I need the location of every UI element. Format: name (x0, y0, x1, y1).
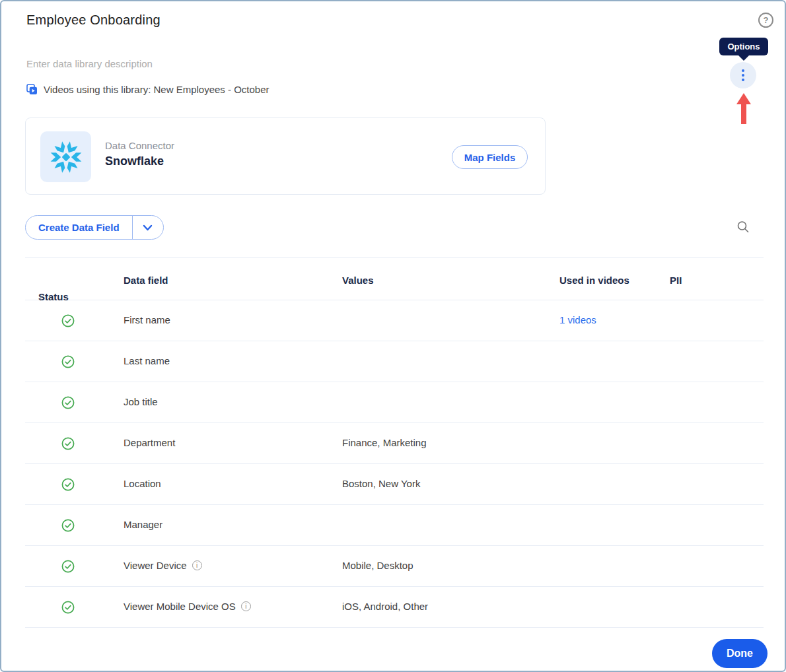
vertical-dots-icon (742, 69, 744, 72)
data-field-cell: Department (124, 437, 175, 448)
create-data-field-label[interactable]: Create Data Field (26, 216, 133, 239)
search-icon (736, 220, 750, 234)
table-row[interactable]: Viewer Device i Mobile, Desktop (25, 546, 764, 587)
employee-onboarding-page: Employee Onboarding ? Enter data library… (0, 0, 786, 672)
column-header-data-field: Data field (124, 275, 168, 286)
data-field-label: Last name (124, 355, 170, 366)
data-connector-card: Data Connector Snowflake Map Fields (25, 118, 546, 195)
table-row[interactable]: Last name (25, 341, 764, 382)
table-row[interactable]: Department Finance, Marketing (25, 423, 764, 464)
video-library-icon (26, 84, 38, 95)
status-cell (61, 478, 75, 491)
connector-logo-tile (40, 131, 91, 182)
description-input[interactable]: Enter data library description (26, 58, 153, 69)
table-row[interactable]: First name 1 videos (25, 300, 764, 341)
data-field-label: Manager (124, 519, 162, 530)
column-header-values: Values (342, 275, 374, 286)
search-button[interactable] (736, 220, 750, 234)
status-check-icon (61, 560, 75, 573)
data-field-label: Viewer Mobile Device OS (124, 601, 236, 612)
table-row[interactable]: Job title (25, 382, 764, 423)
values-cell: Finance, Marketing (342, 437, 427, 448)
status-cell (61, 519, 75, 532)
create-data-field-button[interactable]: Create Data Field (25, 215, 164, 240)
column-header-pii: PII (670, 275, 682, 286)
done-button[interactable]: Done (712, 639, 768, 668)
data-field-cell: Viewer Mobile Device OS i (124, 601, 251, 612)
data-field-label: Department (124, 437, 175, 448)
connector-type-label: Data Connector (105, 140, 174, 151)
snowflake-logo-icon (49, 140, 83, 174)
used-in-videos-cell: 1 videos (559, 314, 596, 325)
page-title: Employee Onboarding (26, 13, 161, 28)
videos-using-library: Videos using this library: New Employees… (26, 84, 269, 95)
data-field-cell: Last name (124, 355, 170, 366)
status-check-icon (61, 478, 75, 491)
data-field-label: Viewer Device (124, 560, 187, 571)
data-field-label: Job title (124, 396, 158, 407)
data-field-cell: Viewer Device i (124, 560, 202, 571)
data-field-label: First name (124, 314, 170, 325)
info-icon[interactable]: i (241, 601, 251, 611)
status-cell (61, 396, 75, 409)
status-check-icon (61, 355, 75, 368)
values-cell: Boston, New York (342, 478, 420, 489)
column-header-used-in-videos: Used in videos (559, 275, 629, 286)
map-fields-button[interactable]: Map Fields (452, 145, 528, 169)
data-field-cell: Job title (124, 396, 158, 407)
status-cell (61, 601, 75, 614)
data-field-label: Location (124, 478, 161, 489)
status-cell (61, 560, 75, 573)
info-icon[interactable]: i (192, 560, 202, 570)
values-cell: Mobile, Desktop (342, 560, 413, 571)
videos-line-label: Videos using this library: New Employees… (44, 84, 269, 95)
data-fields-table: Status ↓ Data field Values Used in video… (25, 257, 764, 628)
table-body: First name 1 videos Last name (25, 300, 764, 628)
status-check-icon (61, 437, 75, 450)
table-header-row: Status ↓ Data field Values Used in video… (25, 258, 764, 300)
data-field-cell: Location (124, 478, 161, 489)
create-data-field-dropdown[interactable] (133, 216, 163, 239)
data-field-cell: First name (124, 314, 170, 325)
connector-name: Snowflake (105, 154, 164, 168)
status-cell (61, 314, 75, 327)
table-row[interactable]: Manager (25, 505, 764, 546)
status-cell (61, 355, 75, 368)
more-options-button[interactable] (730, 62, 756, 88)
used-in-videos-link[interactable]: 1 videos (559, 314, 596, 325)
data-field-cell: Manager (124, 519, 162, 530)
chevron-down-icon (143, 224, 153, 232)
status-check-icon (61, 314, 75, 327)
status-check-icon (61, 396, 75, 409)
status-cell (61, 437, 75, 450)
help-icon[interactable]: ? (758, 13, 773, 28)
options-tooltip: Options (719, 38, 768, 55)
table-row[interactable]: Location Boston, New York (25, 464, 764, 505)
values-cell: iOS, Android, Other (342, 601, 428, 612)
red-arrow-annotation-icon (736, 93, 752, 127)
status-check-icon (61, 601, 75, 614)
status-check-icon (61, 519, 75, 532)
table-row[interactable]: Viewer Mobile Device OS i iOS, Android, … (25, 587, 764, 628)
